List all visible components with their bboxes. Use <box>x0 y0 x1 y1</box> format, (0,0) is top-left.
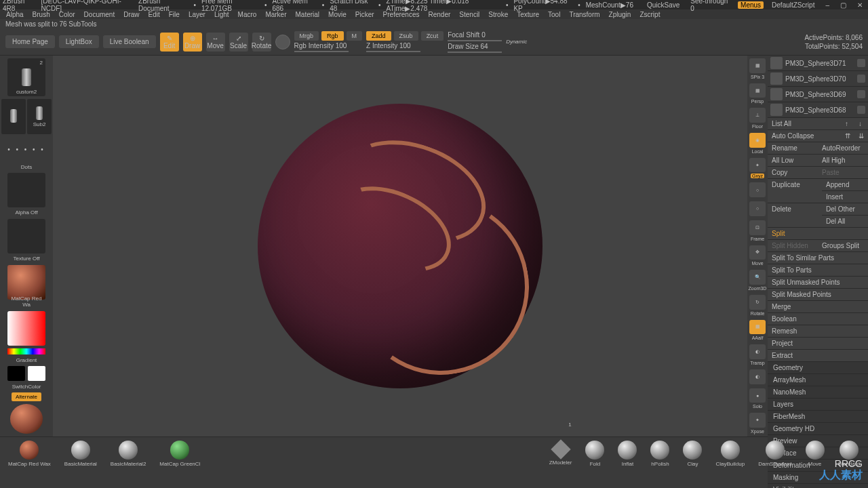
texture-swatch[interactable]: Texture Off <box>7 219 45 253</box>
m-button[interactable]: M <box>347 31 363 41</box>
brush-fold[interactable]: Fold <box>585 441 604 467</box>
section-visibility[interactable]: Visibility <box>768 484 868 488</box>
move-cam-button[interactable]: ✥ <box>749 245 766 260</box>
menu-color[interactable]: Color <box>56 11 79 18</box>
material-3[interactable]: MatCap GreenCl <box>159 441 200 467</box>
quicksave-button[interactable]: QuickSave <box>644 1 682 9</box>
tool-slot-3[interactable]: Sub2 <box>27 99 52 134</box>
material-0[interactable]: MatCap Red Wax <box>8 441 51 467</box>
maximize-icon[interactable]: ▢ <box>837 1 849 9</box>
zcut-button[interactable]: Zcut <box>421 31 444 41</box>
section-nanomesh[interactable]: NanoMesh <box>768 386 868 399</box>
menu-alpha[interactable]: Alpha <box>3 11 27 18</box>
menu-document[interactable]: Document <box>81 11 119 18</box>
xyz-button[interactable]: ✦ <box>749 158 766 173</box>
splitunmasked-button[interactable]: Split Unmasked Points <box>768 277 868 289</box>
section-fibermesh[interactable]: FiberMesh <box>768 411 868 423</box>
brush-claybuildup[interactable]: ClayBuildup <box>715 441 745 467</box>
zadd-button[interactable]: Zadd <box>366 31 391 41</box>
splitmasked-button[interactable]: Split Masked Points <box>768 289 868 301</box>
arrow-down-icon[interactable]: ↓ <box>854 118 868 130</box>
section-geometry[interactable]: Geometry <box>768 362 868 374</box>
gradient-label[interactable]: Gradient <box>16 357 37 363</box>
alternate-button[interactable]: Alternate <box>12 392 41 401</box>
brush-damstandard[interactable]: DamStandard <box>758 441 791 467</box>
splithidden-button[interactable]: Split Hidden <box>768 240 818 252</box>
subtool-item[interactable]: PM3D_Sphere3D68 <box>768 102 868 118</box>
tool-slot-active[interactable]: 2 custom2 <box>7 58 45 96</box>
lc-button[interactable]: ○ <box>749 182 766 197</box>
menu-stroke[interactable]: Stroke <box>485 11 511 18</box>
brush-zmodeler[interactable]: 1ZModeler <box>549 441 572 467</box>
autocollapse-button[interactable]: Auto Collapse <box>768 130 841 142</box>
brush-inflat[interactable]: Inflat <box>618 441 637 467</box>
subtool-item[interactable]: PM3D_Sphere3D70 <box>768 71 868 87</box>
color-picker[interactable] <box>7 311 45 346</box>
alpha-swatch[interactable]: Alpha Off <box>7 173 45 207</box>
floor-button[interactable]: ⊥ <box>749 108 766 123</box>
append-button[interactable]: Append <box>822 179 868 191</box>
brush-hpolish[interactable]: hPolish <box>650 441 669 467</box>
menu-material[interactable]: Material <box>292 11 323 18</box>
menu-zplugin[interactable]: Zplugin <box>606 11 635 18</box>
mirror-button[interactable]: ○ <box>749 201 766 216</box>
moveup-icon[interactable]: ⇈ <box>841 130 854 142</box>
autoreorder-button[interactable]: AutoReorder <box>818 142 868 155</box>
menu-light[interactable]: Light <box>211 11 233 18</box>
hue-slider[interactable] <box>7 348 45 354</box>
rgb-button[interactable]: Rgb <box>321 31 344 41</box>
splitsimilar-button[interactable]: Split To Similar Parts <box>768 252 868 264</box>
remesh-section[interactable]: Remesh <box>768 325 868 338</box>
subtool-item[interactable]: PM3D_Sphere3D71 <box>768 56 868 71</box>
merge-section[interactable]: Merge <box>768 301 868 313</box>
current-material-ball[interactable] <box>10 404 43 434</box>
alllow-button[interactable]: All Low <box>768 155 818 167</box>
close-icon[interactable]: ✕ <box>854 1 865 9</box>
brush-clay[interactable]: Clay <box>683 441 702 467</box>
brush-move[interactable]: Move <box>806 441 825 467</box>
rename-button[interactable]: Rename <box>768 142 818 155</box>
splitparts-button[interactable]: Split To Parts <box>768 264 868 277</box>
z-intensity-slider[interactable] <box>366 51 420 52</box>
rotate-button[interactable]: ↻Rotate <box>252 33 271 52</box>
solo-button[interactable]: ● <box>749 388 766 403</box>
split-section[interactable]: Split <box>768 228 868 240</box>
arrow-up-icon[interactable]: ↑ <box>841 118 854 130</box>
extract-section[interactable]: Extract <box>768 350 868 362</box>
copy-button[interactable]: Copy <box>768 167 818 179</box>
menu-movie[interactable]: Movie <box>325 11 350 18</box>
section-arraymesh[interactable]: ArrayMesh <box>768 374 868 386</box>
material-2[interactable]: BasicMaterial2 <box>111 441 146 467</box>
focal-slider[interactable] <box>448 40 502 41</box>
material-swatch[interactable]: MatCap Red Wa <box>7 265 45 300</box>
menu-layer[interactable]: Layer <box>185 11 209 18</box>
menu-render[interactable]: Render <box>425 11 454 18</box>
color-white[interactable] <box>28 366 45 381</box>
menu-edit[interactable]: Edit <box>145 11 163 18</box>
xpose-button[interactable]: ✦ <box>749 413 766 428</box>
focal-shift[interactable]: Focal Shift 0 <box>448 31 502 39</box>
transp-button[interactable]: ◐ <box>749 344 766 359</box>
menu-transform[interactable]: Transform <box>566 11 603 18</box>
section-geometryhd[interactable]: Geometry HD <box>768 423 868 435</box>
menus-button[interactable]: Menus <box>738 1 764 9</box>
move-button[interactable]: ↔Move <box>206 33 225 52</box>
menu-zscript[interactable]: Zscript <box>636 11 663 18</box>
rotate-cam-button[interactable]: ↻ <box>749 295 766 310</box>
groupsplit-button[interactable]: Groups Split <box>818 240 868 252</box>
zoom-button[interactable]: 🔍 <box>749 270 766 285</box>
menu-preferences[interactable]: Preferences <box>380 11 423 18</box>
menu-tool[interactable]: Tool <box>545 11 564 18</box>
material-1[interactable]: BasicMaterial <box>64 441 97 467</box>
menu-macro[interactable]: Macro <box>235 11 260 18</box>
paste-button[interactable]: Paste <box>818 167 868 179</box>
frame-button[interactable]: ⊡ <box>749 220 766 235</box>
spix-label[interactable]: SPix 3 <box>751 75 764 79</box>
delall-button[interactable]: Del All <box>822 216 868 228</box>
zsub-button[interactable]: Zsub <box>394 31 418 41</box>
rgb-intensity-slider[interactable] <box>294 51 349 52</box>
persp-button[interactable]: ▦ <box>749 83 766 98</box>
insert-button[interactable]: Insert <box>822 191 868 203</box>
default-zscript[interactable]: DefaultZScript <box>769 1 817 9</box>
section-layers[interactable]: Layers <box>768 399 868 411</box>
